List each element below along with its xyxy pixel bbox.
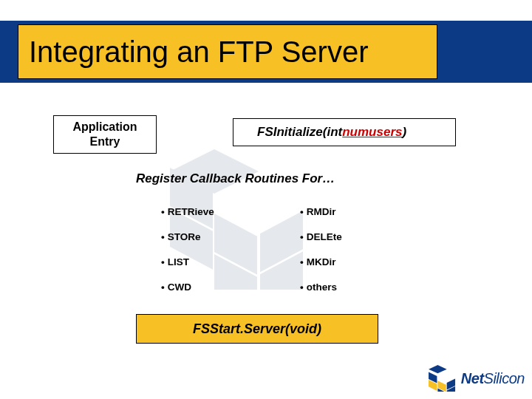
bullet-label: MKDir bbox=[307, 256, 336, 267]
register-callbacks-heading: Register Callback Routines For… bbox=[136, 171, 335, 186]
footer-logo: NetSilicon bbox=[429, 365, 525, 392]
svg-marker-7 bbox=[429, 365, 447, 373]
list-item: •STORe bbox=[161, 224, 214, 249]
bullet-column-left: •RETRieve •STORe •LIST •CWD bbox=[161, 199, 214, 299]
bullet-label: RETRieve bbox=[168, 206, 214, 217]
bullet-icon: • bbox=[161, 256, 165, 267]
list-item: •RMDir bbox=[300, 199, 342, 224]
netsilicon-mark-icon bbox=[429, 365, 457, 392]
slide-title: Integrating an FTP Server bbox=[29, 35, 369, 69]
bullet-icon: • bbox=[300, 231, 304, 242]
fsstart-label: FSStart.Server(void) bbox=[193, 321, 321, 337]
application-entry-label: Application Entry bbox=[72, 120, 137, 149]
list-item: •DELEte bbox=[300, 224, 342, 249]
bullet-label: RMDir bbox=[307, 206, 336, 217]
list-item: •CWD bbox=[161, 274, 214, 299]
list-item: •MKDir bbox=[300, 249, 342, 274]
bullet-icon: • bbox=[300, 206, 304, 217]
slide-title-bar: Integrating an FTP Server bbox=[18, 24, 437, 79]
footer-brand-net: Net bbox=[461, 370, 484, 386]
bullet-icon: • bbox=[161, 231, 165, 242]
bullet-icon: • bbox=[300, 256, 304, 267]
bullet-label: others bbox=[307, 282, 337, 293]
bullet-icon: • bbox=[161, 206, 165, 217]
bullet-label: LIST bbox=[168, 256, 189, 267]
bullet-label: DELEte bbox=[307, 231, 342, 242]
fsstart-box: FSStart.Server(void) bbox=[136, 314, 378, 344]
fsinitialize-box: FSInitialize(int numusers) bbox=[233, 118, 456, 146]
application-entry-box: Application Entry bbox=[53, 115, 157, 154]
bullet-label: STORe bbox=[168, 231, 201, 242]
bullet-label: CWD bbox=[168, 282, 191, 293]
footer-brand-silicon: Silicon bbox=[484, 370, 525, 386]
footer-wordmark: NetSilicon bbox=[461, 370, 525, 387]
list-item: •LIST bbox=[161, 249, 214, 274]
bullet-icon: • bbox=[300, 282, 304, 293]
fsinitialize-prefix: FSInitialize(int bbox=[257, 125, 342, 140]
list-item: •RETRieve bbox=[161, 199, 214, 224]
list-item: •others bbox=[300, 274, 342, 299]
fsinitialize-param: numusers bbox=[342, 125, 402, 140]
fsinitialize-suffix: ) bbox=[402, 125, 406, 140]
bullet-column-right: •RMDir •DELEte •MKDir •others bbox=[300, 199, 342, 299]
bullet-icon: • bbox=[161, 282, 165, 293]
